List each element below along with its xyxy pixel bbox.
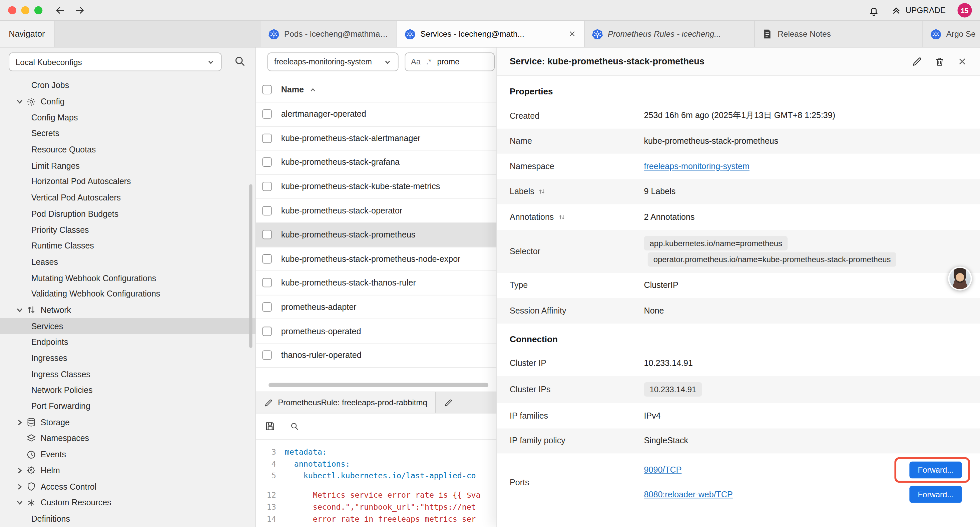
save-icon[interactable] [265, 421, 275, 431]
editor-tab-prometheusrule[interactable]: PrometheusRule: freeleaps-prod-rabbitmq [256, 392, 436, 413]
sidebar-item-endpoints[interactable]: Endpoints [0, 334, 256, 350]
tab-release-notes[interactable]: Release Notes [754, 21, 923, 47]
editor-search-icon[interactable] [290, 422, 299, 431]
sidebar-item-label: Horizontal Pod Autoscalers [31, 177, 131, 186]
forward-button[interactable]: Forward... [910, 462, 962, 479]
table-search-field[interactable]: Aa .* prome [405, 53, 495, 71]
detail-value: IPv4 [644, 407, 968, 425]
close-details-button[interactable] [957, 56, 968, 67]
row-checkbox[interactable] [262, 302, 272, 312]
sidebar-item-ingress-classes[interactable]: Ingress Classes [0, 366, 256, 382]
row-checkbox[interactable] [262, 182, 272, 191]
service-row-kube-prometheus-stack-prometheus[interactable]: kube-prometheus-stack-prometheus [256, 223, 497, 247]
forward-button[interactable]: Forward... [910, 486, 962, 503]
row-checkbox[interactable] [262, 326, 272, 336]
chevron-down-icon[interactable] [15, 306, 24, 315]
sidebar-item-secrets[interactable]: Secrets [0, 126, 256, 142]
sidebar-scrollbar-thumb[interactable] [249, 184, 252, 348]
regex-toggle[interactable]: .* [426, 57, 432, 66]
sidebar-item-priority-classes[interactable]: Priority Classes [0, 222, 256, 238]
delete-button[interactable] [934, 56, 945, 67]
service-row-kube-prometheus-stack-operator[interactable]: kube-prometheus-stack-operator [256, 199, 497, 223]
sidebar-item-namespaces[interactable]: Namespaces [0, 430, 256, 446]
horizontal-scrollbar-thumb[interactable] [269, 383, 488, 387]
window-close-button[interactable] [8, 6, 16, 14]
service-row-thanos-ruler-operated[interactable]: thanos-ruler-operated [256, 344, 497, 368]
editor-tab-partial[interactable] [436, 392, 497, 413]
namespace-link[interactable]: freeleaps-monitoring-system [644, 162, 749, 171]
port-link[interactable]: 8080:reloader-web/TCP [644, 490, 733, 499]
sidebar-search-icon[interactable] [234, 55, 246, 67]
row-checkbox[interactable] [262, 206, 272, 215]
namespace-selector[interactable]: freeleaps-monitoring-system [267, 53, 398, 71]
chevron-right-icon[interactable] [15, 466, 24, 475]
row-checkbox[interactable] [262, 134, 272, 143]
service-row-prometheus-operated[interactable]: prometheus-operated [256, 319, 497, 343]
tab-prometheus-rules-icecheng[interactable]: Prometheus Rules - icecheng... [585, 21, 754, 47]
sidebar-item-horizontal-pod-autoscalers[interactable]: Horizontal Pod Autoscalers [0, 174, 256, 190]
tab-argo-se[interactable]: Argo Se [923, 21, 980, 47]
presence-avatar[interactable] [948, 267, 972, 291]
sidebar-item-label: Config Maps [31, 113, 78, 122]
window-minimize-button[interactable] [21, 6, 29, 14]
sidebar-item-access-control[interactable]: Access Control [0, 479, 256, 495]
sidebar-item-runtime-classes[interactable]: Runtime Classes [0, 238, 256, 254]
select-all-checkbox[interactable] [262, 85, 272, 94]
sidebar-item-mutating-webhook-configurations[interactable]: Mutating Webhook Configurations [0, 270, 256, 286]
sidebar-item-network-policies[interactable]: Network Policies [0, 382, 256, 398]
sidebar-item-config-maps[interactable]: Config Maps [0, 110, 256, 126]
sidebar-item-vertical-pod-autoscalers[interactable]: Vertical Pod Autoscalers [0, 190, 256, 206]
sidebar-item-limit-ranges[interactable]: Limit Ranges [0, 158, 256, 174]
service-row-kube-prometheus-stack-kube-state-metrics[interactable]: kube-prometheus-stack-kube-state-metrics [256, 175, 497, 199]
sidebar-item-ingresses[interactable]: Ingresses [0, 350, 256, 366]
row-checkbox[interactable] [262, 350, 272, 360]
forward-icon[interactable] [75, 5, 85, 16]
sidebar-item-custom-resources[interactable]: Custom Resources [0, 495, 256, 511]
sidebar-item-leases[interactable]: Leases [0, 254, 256, 270]
service-row-kube-prometheus-stack-grafana[interactable]: kube-prometheus-stack-grafana [256, 151, 497, 175]
tab-pods-icecheng-mathmas[interactable]: Pods - icecheng@mathmas... [261, 21, 397, 47]
service-row-kube-prometheus-stack-prometheus-node-expor[interactable]: kube-prometheus-stack-prometheus-node-ex… [256, 247, 497, 271]
chevron-down-icon[interactable] [15, 97, 24, 106]
row-checkbox[interactable] [262, 158, 272, 167]
row-checkbox[interactable] [262, 230, 272, 239]
tab-services-icecheng-math[interactable]: Services - icecheng@math... [397, 21, 585, 47]
sidebar-item-config[interactable]: Config [0, 93, 256, 110]
edit-button[interactable] [912, 56, 923, 67]
notifications-bell-icon[interactable] [868, 5, 879, 16]
window-maximize-button[interactable] [34, 6, 42, 14]
service-row-kube-prometheus-stack-thanos-ruler[interactable]: kube-prometheus-stack-thanos-ruler [256, 271, 497, 295]
row-checkbox[interactable] [262, 110, 272, 119]
upgrade-button[interactable]: UPGRADE [891, 5, 946, 15]
sidebar-item-storage[interactable]: Storage [0, 414, 256, 430]
notification-count-badge[interactable]: 15 [958, 3, 972, 18]
sidebar-item-helm[interactable]: Helm [0, 463, 256, 479]
sidebar-item-resource-quotas[interactable]: Resource Quotas [0, 142, 256, 158]
config-icon [26, 96, 37, 107]
sidebar-item-cron-jobs[interactable]: Cron Jobs [0, 77, 256, 93]
service-row-prometheus-adapter[interactable]: prometheus-adapter [256, 295, 497, 319]
kubeconfig-selector[interactable]: Local Kubeconfigs [9, 53, 222, 71]
row-checkbox[interactable] [262, 254, 272, 263]
forward-button-wrap: Forward... [910, 462, 962, 479]
row-checkbox[interactable] [262, 278, 272, 288]
sidebar-item-pod-disruption-budgets[interactable]: Pod Disruption Budgets [0, 206, 256, 222]
sidebar-item-validating-webhook-configurations[interactable]: Validating Webhook Configurations [0, 286, 256, 302]
sidebar-item-network[interactable]: Network [0, 302, 256, 318]
back-icon[interactable] [55, 5, 66, 16]
yaml-editor[interactable]: 3metadata:4 annotations:5 kubectl.kubern… [256, 439, 497, 527]
sidebar-item-events[interactable]: Events [0, 446, 256, 462]
name-column-header[interactable]: Name [281, 85, 304, 94]
chevron-right-icon[interactable] [15, 417, 24, 427]
sidebar-item-definitions[interactable]: Definitions [0, 511, 256, 527]
service-row-alertmanager-operated[interactable]: alertmanager-operated [256, 102, 497, 126]
port-link[interactable]: 9090/TCP [644, 465, 682, 474]
service-row-kube-prometheus-stack-alertmanager[interactable]: kube-prometheus-stack-alertmanager [256, 126, 497, 150]
tab-close-icon[interactable] [568, 29, 576, 38]
sidebar-item-port-forwarding[interactable]: Port Forwarding [0, 398, 256, 414]
chevron-down-icon[interactable] [15, 498, 24, 507]
sidebar-item-services[interactable]: Services [0, 318, 256, 334]
detail-label: Name [510, 137, 644, 146]
chevron-right-icon[interactable] [15, 482, 24, 491]
match-case-toggle[interactable]: Aa [411, 57, 421, 66]
